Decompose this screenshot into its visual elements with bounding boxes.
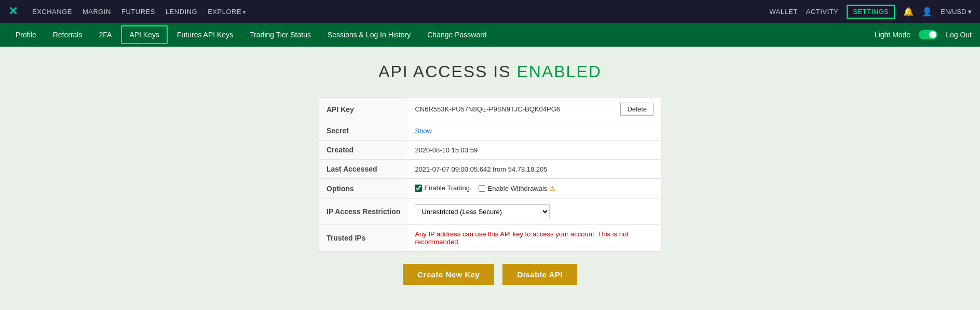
created-row: Created 2020-08-10 15:03:59 (319, 140, 661, 160)
action-buttons: Create New Key Disable API (10, 264, 970, 285)
subnav-trading-tier-status[interactable]: Trading Tier Status (242, 26, 318, 43)
nav-margin-link[interactable]: MARGIN (83, 8, 111, 16)
user-icon[interactable]: 👤 (922, 7, 932, 17)
logout-link[interactable]: Log Out (946, 31, 972, 39)
created-value: 2020-08-10 15:03:59 (407, 140, 661, 160)
enable-trading-label[interactable]: Enable Trading (415, 184, 469, 192)
ip-access-label: IP Access Restriction (319, 199, 407, 224)
settings-link[interactable]: SETTINGS (847, 5, 895, 19)
nav-explore-link[interactable]: EXPLORE (208, 8, 246, 16)
delete-button[interactable]: Delete (620, 103, 654, 116)
subnav-2fa[interactable]: 2FA (91, 26, 119, 43)
last-accessed-value: 2021-07-07 09:00:05.642 from 54.78.18.20… (407, 160, 661, 179)
top-nav-right: WALLET ACTIVITY SETTINGS 🔔 👤 EN/USD ▾ (769, 5, 972, 19)
api-key-table: API Key CN6R553K-PU57N8QE-P9SN9TJC-BQK04… (319, 97, 661, 251)
warning-icon: ⚠ (549, 184, 556, 192)
created-label: Created (319, 140, 407, 160)
enable-withdrawals-text: Enable Withdrawals (487, 185, 547, 192)
nav-futures[interactable]: FUTURES (121, 7, 155, 16)
ip-access-select[interactable]: Unrestricted (Less Secure) Restricted (M… (415, 204, 550, 219)
create-new-key-button[interactable]: Create New Key (403, 264, 494, 285)
top-nav-left: ✕ EXCHANGE MARGIN FUTURES LENDING EXPLOR… (8, 5, 246, 18)
nav-margin[interactable]: MARGIN (83, 7, 111, 16)
bell-icon[interactable]: 🔔 (903, 7, 914, 17)
subnav-sessions-log-history[interactable]: Sessions & Log In History (320, 26, 418, 43)
wallet-link[interactable]: WALLET (769, 8, 798, 16)
options-label: Options (319, 179, 407, 199)
api-key-card: API Key CN6R553K-PU57N8QE-P9SN9TJC-BQK04… (319, 97, 661, 251)
trusted-ips-label: Trusted IPs (319, 224, 407, 251)
light-mode-label: Light Mode (875, 31, 910, 39)
disable-api-button[interactable]: Disable API (502, 264, 577, 285)
secret-row: Secret Show (319, 121, 661, 140)
page-title-prefix: API ACCESS IS (378, 62, 516, 81)
light-mode-toggle[interactable] (919, 30, 937, 39)
activity-link[interactable]: ACTIVITY (806, 8, 839, 16)
last-accessed-label: Last Accessed (319, 160, 407, 179)
ip-access-row: IP Access Restriction Unrestricted (Less… (319, 199, 661, 224)
main-content: API ACCESS IS ENABLED API Key CN6R553K-P… (0, 47, 980, 310)
top-nav-links: EXCHANGE MARGIN FUTURES LENDING EXPLORE (32, 7, 246, 16)
nav-exchange-link[interactable]: EXCHANGE (32, 8, 72, 16)
trusted-ip-warning: Any IP address can use this API key to a… (415, 230, 628, 246)
api-key-row: API Key CN6R553K-PU57N8QE-P9SN9TJC-BQK04… (319, 97, 661, 121)
nav-lending-link[interactable]: LENDING (166, 8, 197, 16)
enable-trading-text: Enable Trading (424, 184, 469, 192)
subnav-referrals[interactable]: Referrals (46, 26, 90, 43)
enable-withdrawals-checkbox[interactable] (479, 185, 485, 192)
enable-trading-checkbox[interactable] (415, 185, 422, 192)
nav-lending[interactable]: LENDING (166, 7, 197, 16)
api-key-label: API Key (319, 97, 407, 121)
last-accessed-row: Last Accessed 2021-07-07 09:00:05.642 fr… (319, 160, 661, 179)
subnav-profile[interactable]: Profile (8, 26, 44, 43)
sub-nav-left: Profile Referrals 2FA API Keys Futures A… (8, 25, 494, 44)
page-title-status: ENABLED (516, 62, 601, 81)
show-secret-link[interactable]: Show (415, 127, 432, 135)
nav-futures-link[interactable]: FUTURES (121, 8, 155, 16)
nav-explore[interactable]: EXPLORE (208, 7, 246, 16)
sub-nav: Profile Referrals 2FA API Keys Futures A… (0, 23, 980, 47)
api-key-value-cell: CN6R553K-PU57N8QE-P9SN9TJC-BQK04PG6 Dele… (407, 97, 661, 121)
logo-icon: ✕ (8, 5, 18, 18)
secret-label: Secret (319, 121, 407, 140)
subnav-api-keys[interactable]: API Keys (121, 25, 168, 44)
trusted-ips-value-cell: Any IP address can use this API key to a… (407, 224, 661, 251)
top-nav: ✕ EXCHANGE MARGIN FUTURES LENDING EXPLOR… (0, 0, 980, 23)
api-key-value-container: CN6R553K-PU57N8QE-P9SN9TJC-BQK04PG6 Dele… (415, 103, 654, 116)
subnav-futures-api-keys[interactable]: Futures API Keys (170, 26, 240, 43)
page-title: API ACCESS IS ENABLED (10, 62, 970, 81)
enable-withdrawals-label[interactable]: Enable Withdrawals ⚠ (479, 184, 556, 192)
options-value-cell: Enable Trading Enable Withdrawals ⚠ (407, 179, 661, 199)
nav-exchange[interactable]: EXCHANGE (32, 7, 72, 16)
api-key-value-text: CN6R553K-PU57N8QE-P9SN9TJC-BQK04PG6 (415, 105, 560, 113)
currency-selector[interactable]: EN/USD ▾ (941, 8, 972, 16)
logo[interactable]: ✕ (8, 5, 20, 18)
subnav-change-password[interactable]: Change Password (420, 26, 494, 43)
secret-value-cell: Show (407, 121, 661, 140)
options-row: Options Enable Trading Enable Withdrawal… (319, 179, 661, 199)
trusted-ips-row: Trusted IPs Any IP address can use this … (319, 224, 661, 251)
sub-nav-right: Light Mode Log Out (875, 30, 972, 39)
ip-access-value-cell: Unrestricted (Less Secure) Restricted (M… (407, 199, 661, 224)
